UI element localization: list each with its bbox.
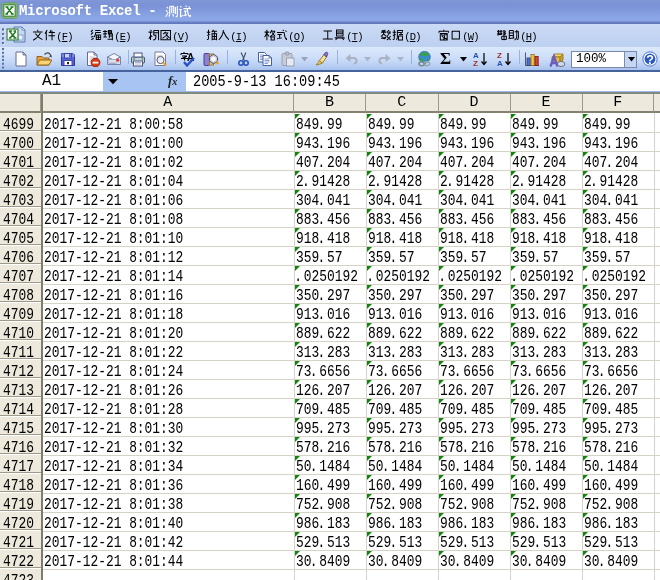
svg-text:?: ? bbox=[646, 53, 654, 67]
svg-text:A: A bbox=[497, 59, 503, 67]
svg-text:Z: Z bbox=[473, 59, 478, 67]
